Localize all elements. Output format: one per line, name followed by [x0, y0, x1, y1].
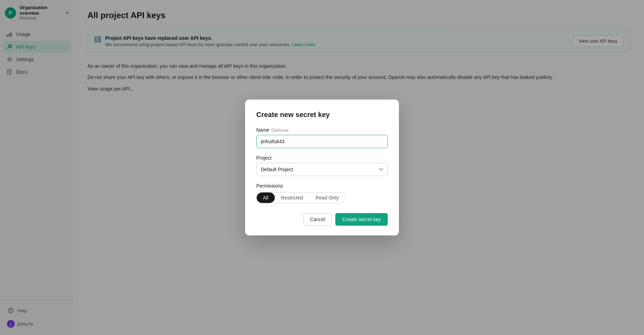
name-optional: Optional — [271, 128, 288, 133]
name-form-group: Name Optional — [256, 127, 388, 148]
modal-title: Create new secret key — [256, 111, 388, 119]
modal-overlay[interactable]: Create new secret key Name Optional Proj… — [0, 0, 644, 335]
permission-read-only-button[interactable]: Read Only — [309, 192, 345, 203]
permissions-label: Permissions — [256, 183, 388, 189]
project-form-group: Project Default Project — [256, 155, 388, 176]
permissions-group: All Restricted Read Only — [256, 192, 345, 203]
project-select[interactable]: Default Project — [256, 163, 388, 176]
create-secret-key-modal: Create new secret key Name Optional Proj… — [245, 100, 399, 235]
name-label: Name Optional — [256, 127, 388, 133]
modal-actions: Cancel Create secret key — [256, 213, 388, 226]
create-secret-key-button[interactable]: Create secret key — [335, 213, 388, 226]
permissions-section: Permissions All Restricted Read Only — [256, 183, 388, 203]
cancel-button[interactable]: Cancel — [303, 213, 332, 226]
permission-restricted-button[interactable]: Restricted — [275, 192, 309, 203]
name-input[interactable] — [256, 135, 388, 148]
permission-all-button[interactable]: All — [257, 192, 275, 203]
project-label: Project — [256, 155, 388, 161]
